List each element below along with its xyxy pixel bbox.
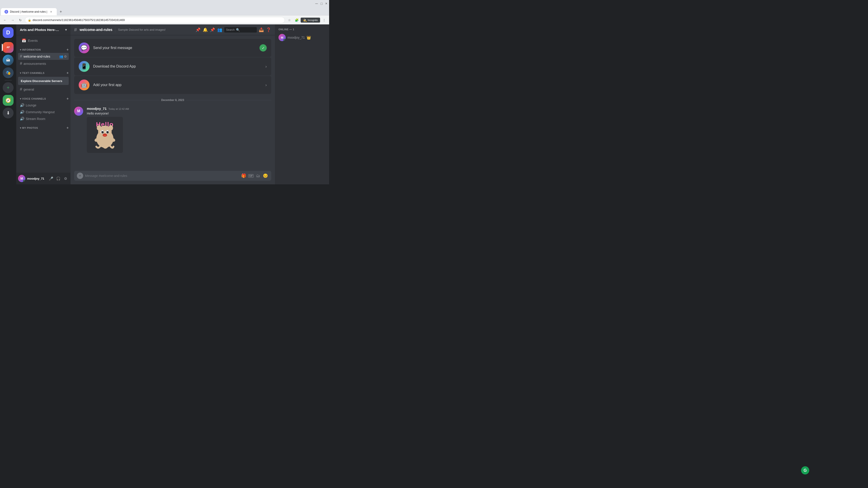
message-author-name: moodjoy_71 xyxy=(87,107,107,110)
search-placeholder: Search xyxy=(226,28,235,31)
chat-input-area: + Message #welcome-and-rules 🎁 GIF 🗂 😊 G xyxy=(70,171,275,184)
tab-bar: D Discord | #welcome-and-rules | × + xyxy=(0,7,329,15)
pin-icon[interactable]: 📌 xyxy=(210,27,215,33)
sticker-character xyxy=(94,126,116,149)
header-divider xyxy=(115,27,115,33)
svg-point-2 xyxy=(97,125,101,131)
maximize-icon[interactable]: □ xyxy=(320,2,322,5)
chat-area: 💬 Send your first message ✓ 📱 Download t… xyxy=(70,35,275,171)
add-attachment-button[interactable]: + xyxy=(77,173,83,179)
channel-announcements[interactable]: # announcements xyxy=(18,60,69,67)
server-dropdown-icon: ▾ xyxy=(65,28,67,32)
channel-welcome-and-rules[interactable]: # welcome-and-rules 👥 ⚙ xyxy=(18,53,69,60)
add-information-channel[interactable]: + xyxy=(66,48,69,52)
user-info: moodjoy_71 xyxy=(27,177,46,180)
bell-icon[interactable]: 🔔 xyxy=(203,27,208,33)
member-crown-badge: 👑 xyxy=(307,35,311,40)
member-moodjoy[interactable]: M moodjoy_71 👑 xyxy=(277,33,327,42)
gift-icon[interactable]: 🎁 xyxy=(241,173,247,179)
member-status-dot xyxy=(283,39,286,41)
tab-close-button[interactable]: × xyxy=(49,10,53,14)
incognito-badge: 🕵 Incognito xyxy=(301,18,320,23)
category-text-channels[interactable]: ▾ TEXT CHANNELS + xyxy=(16,67,70,76)
address-bar[interactable]: 🔒 discord.com/channels/11823614564617503… xyxy=(25,17,285,23)
date-text: December 8, 2023 xyxy=(161,98,184,102)
channel-announcements-label: announcements xyxy=(24,62,46,66)
emoji-icon[interactable]: 😊 xyxy=(262,173,269,179)
add-app-card-icon: 🤖 xyxy=(79,79,90,90)
channel-community-hangout-label: Community Hangout xyxy=(26,110,55,114)
message-avatar-letter: M xyxy=(77,109,80,113)
member-name-moodjoy: moodjoy_71 xyxy=(287,36,305,39)
help-icon[interactable]: ❓ xyxy=(266,27,271,33)
channel-welcome-label: welcome-and-rules xyxy=(24,55,50,58)
channel-lounge[interactable]: 🔊 Lounge xyxy=(18,102,69,108)
member-category-online: ONLINE — 1 xyxy=(277,28,327,31)
discord-home-button[interactable]: D xyxy=(3,27,13,38)
checklist-add-app[interactable]: 🤖 Add your first app › xyxy=(74,76,271,94)
category-information[interactable]: ▾ INFORMATION + xyxy=(16,44,70,53)
date-separator: December 8, 2023 xyxy=(74,97,271,103)
add-server-button[interactable]: + xyxy=(3,82,13,93)
message-input[interactable]: Message #welcome-and-rules xyxy=(85,174,239,177)
server-1-wrapper: AP xyxy=(3,42,13,53)
server-divider-2 xyxy=(4,80,12,80)
svg-point-3 xyxy=(108,125,113,131)
sticker-svg xyxy=(94,125,116,150)
user-settings-button[interactable]: ⚙ xyxy=(62,175,69,182)
add-my-photos-channel[interactable]: + xyxy=(66,126,69,130)
mute-button[interactable]: 🎤 xyxy=(48,175,54,182)
reload-button[interactable]: ↻ xyxy=(17,17,24,23)
extension-icon[interactable]: 🧩 xyxy=(293,17,300,23)
minimize-icon[interactable]: ─ xyxy=(315,2,318,6)
forward-button[interactable]: → xyxy=(9,17,16,23)
tab-favicon: D xyxy=(4,10,8,13)
search-bar[interactable]: Search 🔍 xyxy=(224,27,257,33)
message-sticker: Hello xyxy=(87,117,123,153)
server-header[interactable]: Arts and Photos Here-Disc ▾ xyxy=(16,24,70,35)
checklist-send-message[interactable]: 💬 Send your first message ✓ xyxy=(74,39,271,57)
sidebar-item-events[interactable]: 📅 Events xyxy=(18,37,69,44)
channel-general[interactable]: # general xyxy=(18,86,69,93)
close-icon[interactable]: × xyxy=(325,2,327,6)
message-text: Hello everyone! xyxy=(87,111,271,116)
threads-icon[interactable]: 📌 xyxy=(195,27,201,33)
date-line-right xyxy=(186,100,271,100)
message-timestamp: Today at 12:42 AM xyxy=(108,107,129,110)
channel-sidebar: Arts and Photos Here-Disc ▾ 📅 Events ▾ I… xyxy=(16,24,70,184)
bookmark-star-icon[interactable]: ☆ xyxy=(286,17,292,23)
back-button[interactable]: ← xyxy=(2,17,8,23)
server-2[interactable]: 🏔 xyxy=(3,55,13,66)
checklist-cards: 💬 Send your first message ✓ 📱 Download t… xyxy=(74,39,271,94)
user-status-dot xyxy=(23,180,25,182)
explore-servers-button[interactable]: 🧭 xyxy=(3,95,13,106)
category-my-photos[interactable]: ▾ MY PHOTOS + xyxy=(16,122,70,131)
gif-button[interactable]: GIF xyxy=(248,173,254,179)
browser-menu-icon[interactable]: ⋮ xyxy=(321,17,327,23)
explore-servers-banner[interactable]: Explore Discoverable Servers xyxy=(18,77,69,85)
download-app-label: Download the Discord App xyxy=(93,64,262,68)
add-voice-channel[interactable]: + xyxy=(66,97,69,101)
download-app-button[interactable]: ⬇ xyxy=(3,107,13,119)
server-3[interactable]: 🎭 xyxy=(3,67,13,78)
inbox-icon[interactable]: 📥 xyxy=(258,27,264,33)
new-tab-button[interactable]: + xyxy=(58,8,64,15)
category-information-label: ▾ INFORMATION xyxy=(20,48,41,51)
deafen-button[interactable]: 🎧 xyxy=(55,175,61,182)
channel-stream-room[interactable]: 🔊 Stream Room xyxy=(18,116,69,122)
members-icon[interactable]: 👥 xyxy=(217,27,222,33)
active-tab[interactable]: D Discord | #welcome-and-rules | × xyxy=(1,8,57,15)
channel-stream-room-label: Stream Room xyxy=(26,117,45,121)
user-name: moodjoy_71 xyxy=(27,177,46,180)
checklist-download-app[interactable]: 📱 Download the Discord App › xyxy=(74,57,271,75)
add-text-channel[interactable]: + xyxy=(66,71,69,75)
channel-settings-icon[interactable]: ⚙ xyxy=(64,55,67,58)
sticker-icon[interactable]: 🗂 xyxy=(255,173,261,179)
speaker-icon-lounge: 🔊 xyxy=(20,103,24,107)
server-divider xyxy=(4,40,12,40)
category-voice-channels[interactable]: ▾ VOICE CHANNELS + xyxy=(16,93,70,102)
message: M moodjoy_71 Today at 12:42 AM Hello eve… xyxy=(74,106,271,153)
channel-invite-icon[interactable]: 👥 xyxy=(59,55,63,58)
channel-community-hangout[interactable]: 🔊 Community Hangout xyxy=(18,109,69,115)
server-arts-photos[interactable]: AP xyxy=(3,42,13,53)
